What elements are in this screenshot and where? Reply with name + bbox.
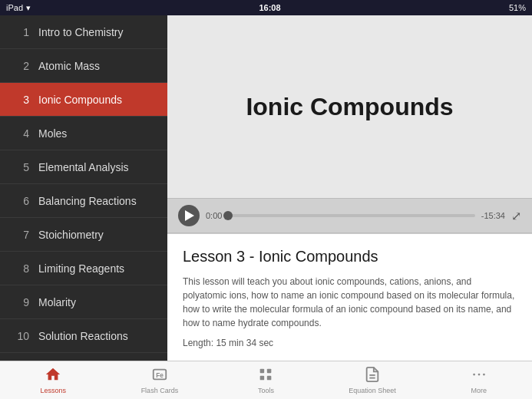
lesson-card-length: Length: 15 min 34 sec [183,338,517,348]
audio-progress-thumb [223,211,233,220]
sidebar-item-number: 2 [12,60,29,72]
tools-icon [257,366,274,385]
audio-player: 0:00 -15:34 ⤢ [167,198,532,233]
svg-point-10 [483,374,485,376]
tab-label-equation-sheet: Equation Sheet [349,387,396,394]
expand-icon[interactable]: ⤢ [511,209,521,223]
status-left: iPad ▾ [6,3,31,13]
sidebar-item-stoichiometry[interactable]: 7Stoichiometry [0,218,167,252]
status-right: 51% [509,3,526,12]
equation-sheet-icon [364,366,381,385]
wifi-icon: ▾ [26,3,31,13]
sidebar-item-label: Moles [38,127,67,140]
status-bar: iPad ▾ 16:08 51% [0,0,532,15]
sidebar-item-number: 4 [12,127,29,140]
sidebar-item-intro-to-chemistry[interactable]: 1Intro to Chemistry [0,15,167,49]
sidebar-item-number: 10 [12,330,29,342]
sidebar-item-label: Balancing Reactions [38,195,137,207]
sidebar-item-elemental-analysis[interactable]: 5Elemental Analysis [0,150,167,184]
sidebar-item-number: 5 [12,161,29,173]
svg-rect-2 [260,369,265,374]
sidebar-item-label: Ionic Compounds [38,94,122,106]
more-icon [471,366,487,385]
content-area: Ionic Compounds 0:00 -15:34 ⤢ Lesson 3 -… [167,15,532,361]
svg-point-8 [473,374,475,376]
tab-label-tools: Tools [258,387,274,394]
sidebar-item-ionic-compounds[interactable]: 3Ionic Compounds [0,83,167,117]
flash-cards-icon: Fe [151,366,168,385]
sidebar-item-number: 8 [12,262,29,275]
length-value: 15 min 34 sec [216,338,273,348]
sidebar-item-limiting-reagents[interactable]: 8Limiting Reagents [0,252,167,285]
svg-rect-4 [260,376,265,381]
tab-more[interactable]: More [425,361,532,399]
tab-label-lessons: Lessons [41,387,67,394]
lessons-icon [45,366,61,385]
lesson-header: Ionic Compounds [167,15,532,198]
lesson-card: Lesson 3 - Ionic Compounds This lesson w… [167,233,532,361]
sidebar-item-moles[interactable]: 4Moles [0,117,167,150]
tab-lessons[interactable]: Lessons [0,361,107,399]
tab-equation-sheet[interactable]: Equation Sheet [319,361,426,399]
tab-label-more: More [471,387,487,394]
sidebar-item-label: Elemental Analysis [38,161,129,173]
svg-rect-5 [267,376,272,381]
status-time: 16:08 [259,3,280,12]
tab-flash-cards[interactable]: FeFlash Cards [107,361,213,399]
sidebar-item-label: Stoichiometry [38,229,104,241]
svg-text:Fe: Fe [156,372,164,379]
audio-time-end: -15:34 [481,211,505,220]
svg-rect-3 [267,369,272,374]
sidebar-item-molarity[interactable]: 9Molarity [0,285,167,319]
lesson-card-description: This lesson will teach you about ionic c… [183,275,517,330]
sidebar-item-number: 3 [12,94,29,106]
tab-tools[interactable]: Tools [213,361,319,399]
sidebar-item-number: 1 [12,26,29,38]
sidebar-item-label: Intro to Chemistry [38,26,123,38]
sidebar-item-label: Solution Reactions [38,330,128,342]
sidebar-item-balancing-reactions[interactable]: 6Balancing Reactions [0,184,167,218]
sidebar-item-number: 9 [12,296,29,308]
main-container: 1Intro to Chemistry2Atomic Mass3Ionic Co… [0,15,532,361]
lesson-card-title: Lesson 3 - Ionic Compounds [183,248,517,265]
battery-label: 51% [509,3,526,12]
lesson-main-title: Ionic Compounds [246,93,453,121]
sidebar-item-number: 6 [12,195,29,207]
svg-point-9 [477,374,480,376]
audio-progress-bar[interactable] [228,214,474,217]
tab-label-flash-cards: Flash Cards [141,387,179,394]
audio-time-start: 0:00 [206,211,222,220]
sidebar: 1Intro to Chemistry2Atomic Mass3Ionic Co… [0,15,167,361]
sidebar-item-number: 7 [12,229,29,241]
sidebar-item-label: Limiting Reagents [38,262,124,275]
sidebar-item-label: Molarity [38,296,76,308]
tab-bar: LessonsFeFlash CardsToolsEquation SheetM… [0,361,532,399]
sidebar-item-atomic-mass[interactable]: 2Atomic Mass [0,49,167,83]
play-icon [185,210,194,221]
sidebar-item-solution-reactions[interactable]: 10Solution Reactions [0,319,167,353]
length-label: Length: [183,338,213,348]
device-label: iPad [6,3,23,12]
play-button[interactable] [178,205,200,226]
sidebar-item-label: Atomic Mass [38,60,100,72]
